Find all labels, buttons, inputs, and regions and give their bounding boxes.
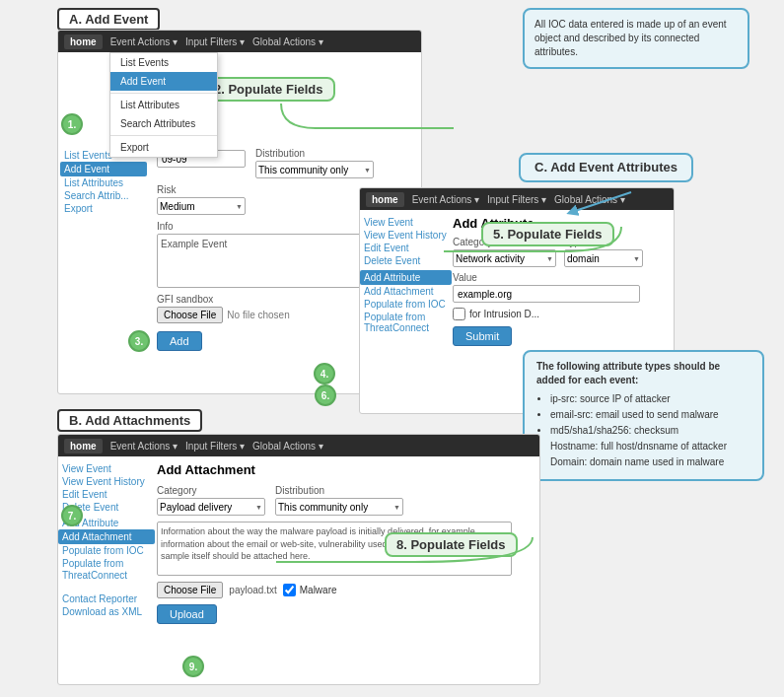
category-select-wrap-b: Payload delivery — [157, 498, 265, 516]
distribution-select-wrap: This community only — [255, 161, 374, 178]
sidebar-c: View Event View Event History Edit Event… — [364, 216, 448, 334]
panel-a-navbar: home Event Actions ▾ Input Filters ▾ Glo… — [58, 31, 421, 52]
distribution-field-b: Distribution This community only — [275, 485, 403, 516]
nav-global-actions-a[interactable]: Global Actions ▾ — [252, 36, 323, 47]
cat-dist-row-b: Category Payload delivery Distribution T… — [157, 485, 530, 516]
attribute-types-callout: The following attribute types should be … — [523, 350, 764, 481]
sidebar-download-xml-b[interactable]: Download as XML — [62, 605, 151, 618]
menu-list-events[interactable]: List Events — [110, 53, 217, 72]
attr-item-3: Hostname: full host/dnsname of attacker — [550, 440, 750, 453]
section-a-label: A. Add Event — [57, 8, 160, 31]
sidebar-view-event-b[interactable]: View Event — [62, 462, 151, 475]
sidebar-edit-event-b[interactable]: Edit Event — [62, 488, 151, 501]
no-file-label: No file chosen — [227, 310, 289, 320]
ioc-callout: All IOC data entered is made up of an ev… — [523, 8, 749, 69]
sidebar-a: List Events Add Event List Attributes Se… — [64, 149, 143, 215]
distribution-label: Distribution — [255, 148, 374, 159]
file-row-b: Choose File payload.txt Malware — [157, 582, 530, 598]
type-select-c[interactable]: domain — [564, 249, 643, 267]
step-4: 4. — [314, 363, 335, 384]
sidebar-b: View Event View Event History Edit Event… — [62, 462, 151, 618]
nav-home-a[interactable]: home — [64, 35, 103, 49]
sidebar-view-event-c[interactable]: View Event — [364, 216, 448, 229]
dropdown-menu-a: List Events Add Event List Attributes Se… — [109, 52, 218, 158]
attr-item-0: ip-src: source IP of attacker — [550, 392, 750, 406]
submit-btn-c[interactable]: Submit — [453, 326, 512, 346]
distribution-select-b[interactable]: This community only — [275, 498, 403, 516]
sidebar-populate-ioc-c[interactable]: Populate from IOC — [364, 298, 448, 311]
step-8-label: 8. Populate Fields — [385, 532, 518, 557]
menu-export[interactable]: Export — [110, 138, 217, 157]
menu-list-attributes[interactable]: List Attributes — [110, 96, 217, 114]
sidebar-search-attrib[interactable]: Search Attrib... — [64, 189, 143, 202]
sidebar-populate-tc-c[interactable]: Populate from ThreatConnect — [364, 311, 448, 334]
nav-home-c[interactable]: home — [366, 192, 404, 207]
step-5-label: 5. Populate Fields — [481, 222, 614, 246]
sidebar-export[interactable]: Export — [64, 202, 143, 215]
sidebar-add-attachment-b[interactable]: Add Attachment — [58, 529, 155, 544]
menu-search-attributes[interactable]: Search Attributes — [110, 114, 217, 133]
sidebar-populate-tc-b[interactable]: Populate from ThreatConnect — [62, 557, 151, 583]
step-3: 3. — [128, 330, 150, 352]
add-attachment-title: Add Attachment — [157, 462, 530, 477]
choose-file-btn-b[interactable]: Choose File — [157, 582, 223, 598]
choose-file-btn-a[interactable]: Choose File — [157, 307, 223, 323]
malware-label: Malware — [300, 585, 337, 595]
malware-checkbox-row: Malware — [283, 584, 337, 596]
upload-btn-b[interactable]: Upload — [157, 604, 217, 624]
step-6: 6. — [315, 384, 336, 406]
distribution-select[interactable]: This community only — [255, 161, 374, 178]
info-textarea[interactable]: Example Event — [157, 234, 384, 288]
value-row-c: Value — [453, 272, 666, 303]
sidebar-list-attributes[interactable]: List Attributes — [64, 176, 143, 189]
sidebar-add-attribute-c[interactable]: Add Attribute — [360, 270, 452, 285]
menu-add-event[interactable]: Add Event — [110, 72, 217, 91]
risk-select[interactable]: Medium — [157, 197, 246, 215]
nav-input-filters-a[interactable]: Input Filters ▾ — [185, 36, 245, 47]
sidebar-view-history-b[interactable]: View Event History — [62, 475, 151, 488]
category-field-b: Category Payload delivery — [157, 485, 265, 516]
panel-b-navbar: home Event Actions ▾ Input Filters ▾ Glo… — [58, 435, 539, 456]
risk-select-wrap: Medium — [157, 197, 246, 215]
panel-b: home Event Actions ▾ Input Filters ▾ Glo… — [57, 434, 540, 685]
nav-global-actions-b[interactable]: Global Actions ▾ — [252, 441, 323, 452]
sidebar-edit-event-c[interactable]: Edit Event — [364, 242, 448, 254]
intrusion-checkbox-c[interactable] — [453, 308, 465, 320]
attr-item-1: email-src: email used to send malware — [550, 408, 750, 422]
category-select-wrap-c: Network activity — [453, 249, 556, 267]
add-event-btn[interactable]: Add — [157, 331, 202, 351]
nav-input-filters-c[interactable]: Input Filters ▾ — [487, 194, 546, 205]
menu-divider2 — [110, 135, 217, 136]
sidebar-delete-event-c[interactable]: Delete Event — [364, 254, 448, 267]
category-label-b: Category — [157, 485, 265, 496]
malware-checkbox[interactable] — [283, 584, 296, 596]
distribution-field: Distribution This community only — [255, 148, 374, 178]
sidebar-add-attachment-c[interactable]: Add Attachment — [364, 285, 448, 298]
checkbox-label-c: for Intrusion D... — [469, 309, 539, 319]
nav-home-b[interactable]: home — [64, 439, 103, 453]
nav-event-actions-c[interactable]: Event Actions ▾ — [412, 194, 479, 205]
section-b-label: B. Add Attachments — [57, 409, 202, 432]
panel-c-navbar: home Event Actions ▾ Input Filters ▾ Glo… — [360, 188, 674, 210]
attr-item-2: md5/sha1/sha256: checksum — [550, 424, 750, 438]
sidebar-add-event[interactable]: Add Event — [60, 162, 147, 176]
section-c-label: C. Add Event Attributes — [519, 153, 693, 182]
nav-event-actions-b[interactable]: Event Actions ▾ — [110, 441, 178, 452]
checkbox-row-c: for Intrusion D... — [453, 308, 666, 320]
value-input-c[interactable] — [453, 285, 640, 303]
ioc-callout-text: All IOC data entered is made up of an ev… — [535, 19, 727, 57]
nav-global-actions-c[interactable]: Global Actions ▾ — [554, 194, 625, 205]
category-select-b[interactable]: Payload delivery — [157, 498, 265, 516]
distribution-label-b: Distribution — [275, 485, 403, 496]
category-select-c[interactable]: Network activity — [453, 249, 556, 267]
nav-input-filters-b[interactable]: Input Filters ▾ — [185, 441, 245, 452]
sidebar-view-history-c[interactable]: View Event History — [364, 229, 448, 242]
type-select-wrap-c: domain — [564, 249, 643, 267]
sidebar-populate-ioc-b[interactable]: Populate from IOC — [62, 544, 151, 557]
attr-callout-list: ip-src: source IP of attacker email-src:… — [536, 392, 750, 469]
step-2-label: 2. Populate Fields — [202, 77, 335, 102]
nav-event-actions-a[interactable]: Event Actions ▾ — [110, 36, 178, 47]
sidebar-contact-reporter-b[interactable]: Contact Reporter — [62, 592, 151, 605]
step-9: 9. — [182, 656, 204, 677]
step-1: 1. — [61, 113, 83, 135]
